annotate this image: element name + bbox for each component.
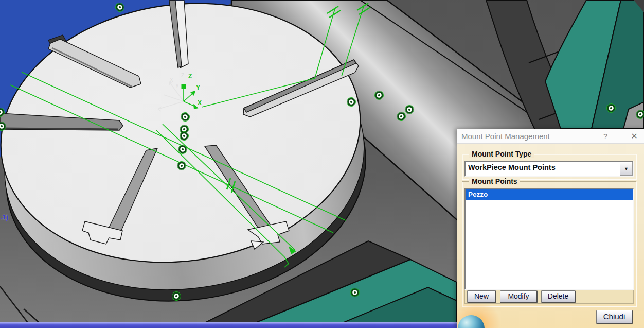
chiudi-close-button[interactable]: Chiudi (596, 310, 633, 324)
modify-button[interactable]: Modify (500, 290, 538, 303)
dropdown-selected-value: WorkPiece Mount Points (466, 162, 620, 176)
group-mount-points: Mount Points Pezzo New Modify Delete (462, 181, 636, 306)
mount-point-marker[interactable] (172, 292, 181, 301)
svg-text:X: X (170, 77, 173, 83)
dialog-titlebar[interactable]: Mount Point Management ? ✕ (457, 129, 644, 144)
mount-point-marker[interactable] (177, 162, 186, 170)
mount-point-marker[interactable] (180, 132, 189, 141)
svg-text:Z: Z (181, 73, 184, 78)
group-label: Mount Points (469, 177, 520, 185)
mount-point-marker[interactable] (181, 113, 190, 122)
mount-point-marker[interactable] (178, 145, 187, 154)
delete-button[interactable]: Delete (541, 290, 576, 303)
new-button[interactable]: New (467, 290, 496, 303)
mount-point-marker[interactable] (397, 112, 406, 121)
group-label: Mount Point Type (469, 150, 534, 158)
mount-point-marker[interactable] (636, 110, 644, 119)
mount-point-type-dropdown[interactable]: WorkPiece Mount Points ▼ (464, 161, 634, 177)
mount-point-marker[interactable] (607, 104, 616, 113)
mount-points-list[interactable]: Pezzo (464, 188, 634, 290)
application-window: X y Z Z Y X (0, 0, 644, 328)
help-icon[interactable]: ? (599, 132, 612, 141)
group-mount-point-type: Mount Point Type WorkPiece Mount Points … (462, 154, 636, 179)
svg-text:y: y (176, 82, 178, 88)
svg-text:Z: Z (188, 73, 192, 80)
mount-point-marker[interactable] (351, 288, 360, 297)
close-icon[interactable]: ✕ (628, 131, 641, 141)
chevron-down-icon[interactable]: ▼ (620, 162, 633, 176)
part-annotation-label[interactable]: .1) (1, 213, 8, 221)
mount-point-management-dialog: Mount Point Management ? ✕ Mount Point T… (457, 129, 644, 328)
mount-point-marker[interactable] (347, 98, 356, 107)
mount-point-marker[interactable] (375, 91, 384, 100)
list-button-strip: New Modify Delete (464, 290, 634, 304)
taskbar[interactable] (0, 322, 457, 328)
svg-text:X: X (198, 99, 202, 107)
dialog-title: Mount Point Management (457, 132, 599, 141)
list-item-selected[interactable]: Pezzo (466, 189, 633, 200)
mount-point-marker[interactable] (116, 3, 124, 12)
mount-point-marker[interactable] (405, 106, 414, 114)
svg-text:Y: Y (196, 84, 200, 91)
